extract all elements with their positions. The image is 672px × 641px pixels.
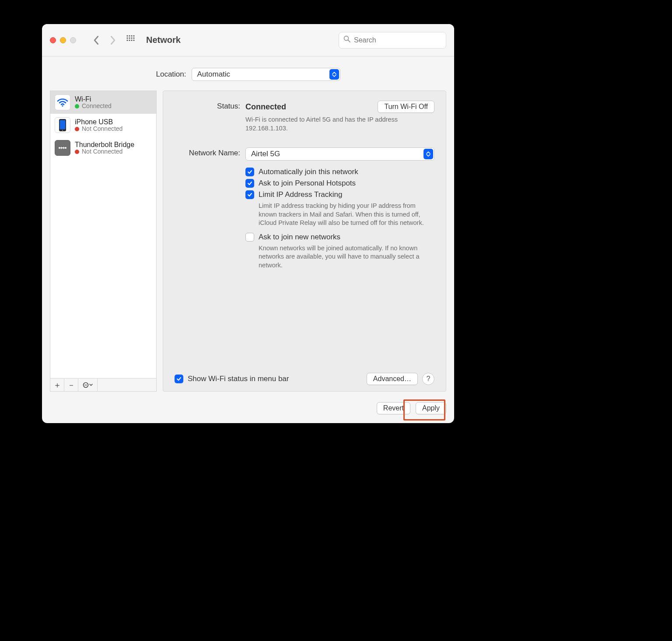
search-field[interactable] — [339, 32, 446, 49]
chevron-left-icon — [93, 36, 99, 45]
window-title: Network — [146, 35, 181, 45]
svg-point-21 — [84, 385, 85, 385]
back-button[interactable] — [90, 33, 102, 48]
svg-point-10 — [131, 39, 132, 41]
ask-join-networks-checkbox[interactable]: Ask to join new networks — [245, 233, 434, 242]
location-select[interactable]: Automatic — [192, 68, 340, 81]
status-dot-icon — [75, 150, 79, 154]
limit-ip-tracking-hint: Limit IP address tracking by hiding your… — [259, 202, 434, 228]
minimize-window-button[interactable] — [60, 37, 66, 43]
status-label: Status: — [175, 101, 245, 111]
turn-wifi-off-button[interactable]: Turn Wi-Fi Off — [378, 101, 434, 113]
service-name: Wi-Fi — [75, 95, 112, 103]
svg-point-5 — [129, 37, 130, 39]
service-sidebar: Wi-Fi Connected iPhone USB Not Connected — [50, 91, 157, 392]
location-label: Location: — [156, 70, 186, 79]
svg-line-13 — [348, 40, 350, 42]
svg-point-3 — [133, 35, 134, 36]
svg-point-0 — [126, 35, 128, 36]
window-controls — [50, 37, 76, 43]
thunderbolt-bridge-icon — [55, 140, 70, 156]
service-item-thunderbolt-bridge[interactable]: Thunderbolt Bridge Not Connected — [50, 137, 156, 159]
iphone-icon — [55, 117, 70, 133]
service-list-footer: ＋ － — [50, 378, 156, 391]
forward-button[interactable] — [107, 33, 119, 48]
svg-point-23 — [86, 385, 87, 385]
svg-point-17 — [62, 130, 63, 131]
remove-service-button[interactable]: － — [64, 378, 78, 391]
checkbox-checked-icon — [245, 168, 254, 176]
network-name-label: Network Name: — [175, 147, 245, 158]
svg-point-1 — [129, 35, 130, 36]
add-service-button[interactable]: ＋ — [50, 378, 64, 391]
service-name: Thunderbolt Bridge — [75, 141, 134, 149]
search-icon — [343, 35, 350, 45]
network-preferences-window: Network Location: Automatic — [42, 24, 454, 423]
zoom-window-button[interactable] — [70, 37, 76, 43]
svg-point-11 — [133, 39, 134, 41]
svg-point-7 — [133, 37, 134, 39]
apply-button[interactable]: Apply — [416, 402, 446, 414]
checkbox-checked-icon — [245, 190, 254, 199]
service-name: iPhone USB — [75, 118, 122, 126]
svg-point-14 — [62, 105, 63, 106]
select-stepper-icon — [424, 149, 433, 159]
service-status: Connected — [75, 103, 112, 109]
auto-join-checkbox[interactable]: Automatically join this network — [245, 168, 434, 176]
checkbox-checked-icon — [175, 375, 183, 383]
status-value: Connected — [245, 102, 286, 112]
svg-point-8 — [126, 39, 128, 41]
show-wifi-menu-checkbox[interactable]: Show Wi-Fi status in menu bar — [175, 375, 289, 383]
detail-pane: Status: Connected Turn Wi-Fi Off Wi-Fi i… — [163, 91, 446, 392]
service-item-wifi[interactable]: Wi-Fi Connected — [50, 91, 156, 114]
svg-point-22 — [85, 385, 86, 385]
service-status: Not Connected — [75, 148, 134, 155]
svg-point-2 — [131, 35, 132, 36]
detail-footer: Show Wi-Fi status in menu bar Advanced… … — [175, 373, 434, 385]
network-name-select[interactable]: Airtel 5G — [245, 147, 434, 161]
select-stepper-icon — [329, 69, 339, 80]
personal-hotspots-checkbox[interactable]: Ask to join Personal Hotspots — [245, 179, 434, 188]
window-footer: Revert Apply — [42, 398, 454, 423]
location-row: Location: Automatic — [42, 56, 454, 91]
close-window-button[interactable] — [50, 37, 56, 43]
toolbar: Network — [42, 24, 454, 56]
checkbox-checked-icon — [245, 179, 254, 188]
content-area: Wi-Fi Connected iPhone USB Not Connected — [42, 91, 454, 398]
service-list: Wi-Fi Connected iPhone USB Not Connected — [50, 91, 156, 378]
svg-point-4 — [126, 37, 128, 39]
svg-point-9 — [129, 39, 130, 41]
help-button[interactable]: ? — [422, 373, 434, 385]
advanced-button[interactable]: Advanced… — [367, 373, 418, 385]
checkbox-unchecked-icon — [245, 233, 254, 242]
status-description: Wi-Fi is connected to Airtel 5G and has … — [245, 116, 434, 133]
status-dot-icon — [75, 127, 79, 131]
service-footer-blank — [98, 378, 156, 391]
ask-join-networks-hint: Known networks will be joined automatica… — [259, 244, 434, 270]
revert-button[interactable]: Revert — [377, 402, 410, 414]
svg-point-18 — [59, 147, 60, 149]
svg-rect-16 — [60, 120, 66, 130]
show-all-icon[interactable] — [126, 35, 135, 46]
wifi-icon — [55, 95, 70, 110]
svg-point-19 — [65, 147, 66, 149]
service-status: Not Connected — [75, 126, 122, 132]
status-dot-icon — [75, 104, 79, 109]
chevron-right-icon — [110, 36, 116, 45]
service-item-iphone-usb[interactable]: iPhone USB Not Connected — [50, 114, 156, 137]
network-name-value: Airtel 5G — [251, 150, 280, 158]
location-value: Automatic — [197, 70, 231, 79]
service-options-button[interactable] — [78, 378, 98, 391]
svg-point-6 — [131, 37, 132, 39]
limit-ip-tracking-checkbox[interactable]: Limit IP Address Tracking — [245, 190, 434, 199]
search-input[interactable] — [354, 36, 441, 44]
